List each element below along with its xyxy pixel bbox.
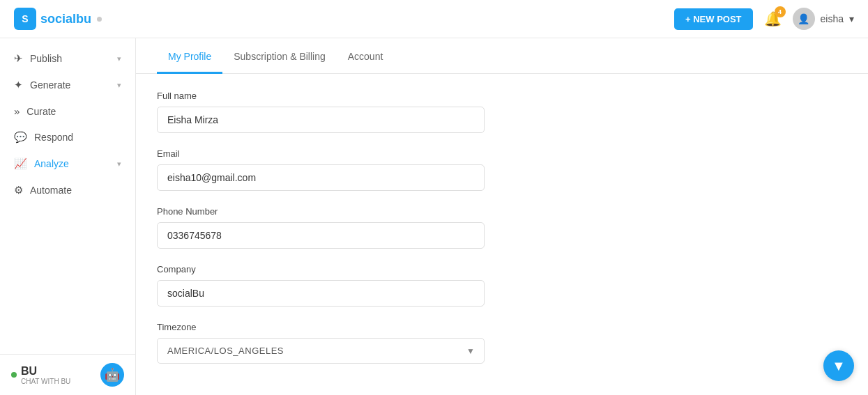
tabs: My Profile Subscription & Billing Accoun… — [136, 38, 868, 74]
email-label: Email — [157, 148, 631, 159]
avatar: 👤 — [793, 8, 815, 30]
sidebar-item-respond[interactable]: 💬 Respond — [0, 124, 135, 150]
analyze-arrow: ▾ — [117, 160, 121, 169]
main-layout: ✈ Publish ▾ ✦ Generate ▾ » Curate — [0, 38, 868, 395]
phone-label: Phone Number — [157, 206, 631, 217]
sidebar-footer: BU CHAT WITH BU 🤖 — [0, 354, 135, 395]
header: S socialbu + NEW POST 🔔 4 👤 eisha ▾ — [0, 0, 868, 38]
user-menu-arrow: ▾ — [849, 13, 854, 24]
tab-account[interactable]: Account — [337, 38, 395, 74]
chat-with-bu-label: CHAT WITH BU — [21, 378, 70, 385]
user-menu[interactable]: 👤 eisha ▾ — [793, 8, 854, 30]
company-label: Company — [157, 264, 631, 274]
timezone-select-wrapper: AMERICA/LOS_ANGELES AMERICA/NEW_YORK EUR… — [157, 338, 485, 364]
generate-arrow: ▾ — [117, 81, 121, 90]
phone-group: Phone Number — [157, 206, 631, 249]
publish-arrow: ▾ — [117, 54, 121, 63]
sidebar-item-analyze[interactable]: 📈 Analyze ▾ — [0, 150, 135, 177]
automate-icon: ⚙ — [14, 184, 23, 196]
email-input[interactable] — [157, 164, 485, 191]
new-post-button[interactable]: + NEW POST — [674, 8, 753, 30]
timezone-group: Timezone AMERICA/LOS_ANGELES AMERICA/NEW… — [157, 322, 631, 364]
analyze-icon: 📈 — [14, 157, 27, 170]
logo-dot — [97, 17, 102, 22]
sidebar-item-publish[interactable]: ✈ Publish ▾ — [0, 45, 135, 72]
timezone-label: Timezone — [157, 322, 631, 332]
full-name-label: Full name — [157, 91, 631, 101]
logo: S socialbu — [14, 8, 102, 30]
profile-form: Full name Email Phone Number Company Tim… — [136, 74, 652, 395]
notification-badge: 4 — [775, 6, 786, 17]
bu-name: BU — [21, 365, 70, 378]
sidebar-label-generate: Generate — [30, 79, 70, 91]
full-name-input[interactable] — [157, 107, 485, 133]
logo-icon: S — [14, 8, 36, 30]
publish-icon: ✈ — [14, 52, 23, 65]
header-right: + NEW POST 🔔 4 👤 eisha ▾ — [674, 8, 854, 30]
curate-icon: » — [14, 105, 20, 117]
bu-status: BU CHAT WITH BU — [11, 365, 70, 385]
user-name: eisha — [821, 13, 844, 24]
sidebar-label-automate: Automate — [30, 185, 72, 196]
timezone-select[interactable]: AMERICA/LOS_ANGELES AMERICA/NEW_YORK EUR… — [157, 338, 485, 364]
bu-online-dot — [11, 372, 17, 378]
scroll-down-button[interactable]: ▼ — [823, 350, 854, 381]
sidebar-item-generate[interactable]: ✦ Generate ▾ — [0, 72, 135, 98]
company-group: Company — [157, 264, 631, 307]
sidebar-nav: ✈ Publish ▾ ✦ Generate ▾ » Curate — [0, 38, 135, 354]
company-input[interactable] — [157, 280, 485, 307]
generate-icon: ✦ — [14, 79, 23, 91]
sidebar-label-respond: Respond — [34, 132, 73, 143]
email-group: Email — [157, 148, 631, 191]
logo-text: socialbu — [40, 12, 91, 26]
full-name-group: Full name — [157, 91, 631, 133]
bu-bot-button[interactable]: 🤖 — [100, 363, 124, 387]
sidebar-label-publish: Publish — [30, 53, 62, 64]
content-area: My Profile Subscription & Billing Accoun… — [136, 38, 868, 395]
sidebar-label-analyze: Analyze — [34, 158, 69, 169]
tab-subscription-billing[interactable]: Subscription & Billing — [222, 38, 337, 74]
sidebar-label-curate: Curate — [26, 106, 56, 117]
phone-input[interactable] — [157, 222, 485, 249]
tab-my-profile[interactable]: My Profile — [157, 38, 222, 74]
sidebar-item-curate[interactable]: » Curate — [0, 98, 135, 124]
sidebar: ✈ Publish ▾ ✦ Generate ▾ » Curate — [0, 38, 136, 395]
respond-icon: 💬 — [14, 131, 27, 144]
notifications-button[interactable]: 🔔 4 — [764, 10, 782, 27]
sidebar-item-automate[interactable]: ⚙ Automate — [0, 177, 135, 203]
